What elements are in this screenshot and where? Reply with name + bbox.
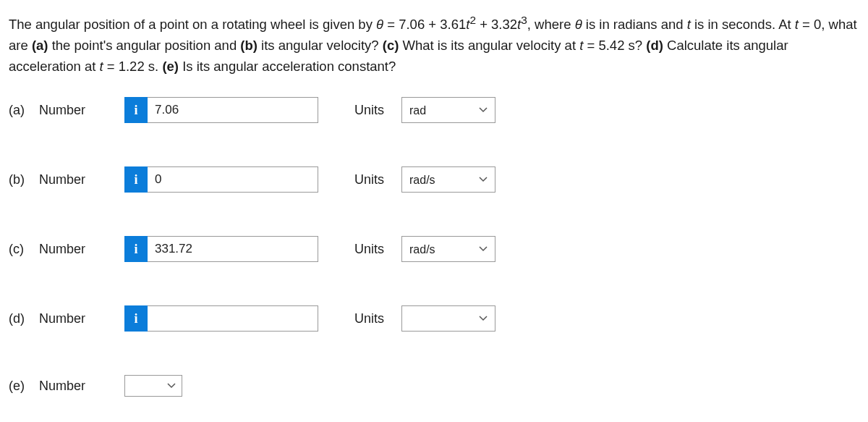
number-input-c[interactable]: [148, 236, 318, 262]
answer-row-b: (b) Number i Units rad/s: [9, 166, 859, 193]
q-pb: (b): [240, 38, 258, 53]
q-pb-text: its angular velocity?: [258, 38, 383, 53]
q-sup3: 3: [521, 14, 527, 26]
unit-select-c[interactable]: rad/s: [401, 236, 495, 262]
number-input-d[interactable]: [148, 305, 318, 332]
units-label: Units: [354, 311, 384, 326]
part-letter-d: (d): [9, 311, 29, 326]
info-icon[interactable]: i: [124, 166, 148, 193]
q-pc: (c): [383, 38, 399, 53]
number-input-b[interactable]: [148, 166, 318, 193]
q-pc-text2: = 5.42 s?: [583, 38, 646, 53]
number-label: Number: [39, 103, 85, 118]
info-icon[interactable]: i: [124, 305, 148, 332]
yesno-select-e[interactable]: [124, 375, 182, 397]
units-label: Units: [354, 103, 384, 118]
q-mid2: is in radians and: [582, 17, 687, 32]
part-label-b: (b) Number: [9, 172, 124, 187]
q-theta2: θ: [575, 17, 582, 32]
part-label-e: (e) Number: [9, 379, 124, 394]
q-prefix: The angular position of a point on a rot…: [9, 17, 376, 32]
info-icon[interactable]: i: [124, 236, 148, 262]
number-label: Number: [39, 379, 85, 394]
q-mid: , where: [527, 17, 575, 32]
part-letter-c: (c): [9, 242, 29, 257]
number-label: Number: [39, 172, 85, 187]
q-mid3: is in seconds. At: [691, 17, 795, 32]
q-sup2: 2: [469, 14, 476, 26]
number-input-a[interactable]: [148, 97, 318, 123]
q-plus: + 3.32: [476, 17, 517, 32]
units-label: Units: [354, 172, 384, 187]
number-label: Number: [39, 242, 85, 257]
answer-row-c: (c) Number i Units rad/s: [9, 236, 859, 262]
q-theta: θ: [376, 17, 383, 32]
unit-select-a[interactable]: rad: [401, 97, 495, 123]
answer-row-d: (d) Number i Units: [9, 305, 859, 332]
part-letter-a: (a): [9, 103, 29, 118]
answer-row-e: (e) Number: [9, 375, 859, 397]
unit-select-b[interactable]: rad/s: [401, 166, 495, 193]
part-letter-b: (b): [9, 172, 29, 187]
number-label: Number: [39, 311, 85, 326]
part-label-c: (c) Number: [9, 242, 124, 257]
q-pd-text2: = 1.22 s.: [103, 59, 163, 74]
part-letter-e: (e): [9, 379, 29, 394]
q-pc-text: What is its angular velocity at: [399, 38, 579, 53]
q-pa: (a): [32, 38, 48, 53]
question-text: The angular position of a point on a rot…: [9, 12, 859, 77]
q-pd: (d): [646, 38, 663, 53]
answer-row-a: (a) Number i Units rad: [9, 97, 859, 123]
q-pe-text: Is its angular acceleration constant?: [179, 59, 396, 74]
info-icon[interactable]: i: [124, 97, 148, 123]
q-eq: = 7.06 + 3.61: [383, 17, 466, 32]
part-label-a: (a) Number: [9, 103, 124, 118]
q-pe: (e): [162, 59, 179, 74]
unit-select-d[interactable]: [401, 305, 495, 332]
part-label-d: (d) Number: [9, 311, 124, 326]
q-pa-text: the point's angular position and: [48, 38, 241, 53]
units-label: Units: [354, 242, 384, 257]
